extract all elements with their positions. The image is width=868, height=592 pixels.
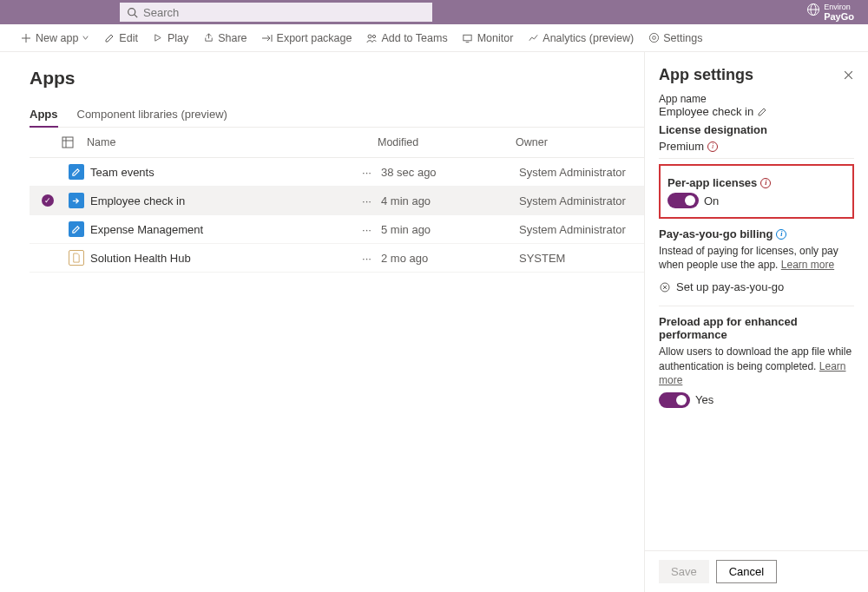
table-row[interactable]: Team events ··· 38 sec ago System Admini… bbox=[30, 158, 644, 187]
table-row[interactable]: Expense Management ··· 5 min ago System … bbox=[30, 215, 644, 244]
app-icon bbox=[62, 250, 90, 266]
plus-icon bbox=[20, 32, 32, 44]
page-title: Apps bbox=[30, 68, 644, 89]
svg-rect-14 bbox=[62, 137, 73, 148]
tabs: Apps Component libraries (preview) bbox=[30, 104, 644, 128]
app-modified: 38 sec ago bbox=[381, 166, 519, 179]
monitor-icon bbox=[462, 32, 474, 44]
settings-panel: App settings App name Employee check in … bbox=[644, 52, 868, 592]
svg-point-8 bbox=[368, 35, 372, 38]
teams-icon bbox=[365, 32, 378, 44]
table-row[interactable]: ✓ Employee check in ··· 4 min ago System… bbox=[30, 187, 644, 215]
top-bar: Environ PayGo bbox=[0, 0, 868, 24]
preload-toggle-label: Yes bbox=[695, 393, 713, 406]
gear-icon bbox=[648, 32, 660, 44]
app-owner: System Administrator bbox=[519, 166, 644, 179]
app-modified: 5 min ago bbox=[381, 223, 519, 236]
preload-heading: Preload app for enhanced performance bbox=[659, 315, 854, 341]
panel-title: App settings bbox=[659, 66, 753, 84]
edit-button[interactable]: Edit bbox=[103, 32, 138, 44]
app-icon bbox=[62, 164, 90, 180]
export-button[interactable]: Export package bbox=[261, 32, 352, 44]
col-header-modified[interactable]: Modified bbox=[378, 136, 516, 148]
svg-point-9 bbox=[373, 35, 376, 37]
svg-marker-7 bbox=[155, 35, 161, 41]
environment-name: PayGo bbox=[824, 12, 854, 22]
share-icon bbox=[202, 32, 214, 44]
app-name: Expense Management bbox=[90, 223, 352, 236]
share-button[interactable]: Share bbox=[202, 32, 247, 44]
app-modified: 4 min ago bbox=[381, 194, 519, 207]
svg-rect-10 bbox=[464, 35, 471, 41]
search-icon bbox=[127, 7, 138, 18]
pencil-icon bbox=[103, 32, 115, 44]
app-owner: System Administrator bbox=[519, 223, 644, 236]
appname-label: App name bbox=[659, 93, 854, 105]
payg-description: Instead of paying for licenses, only pay… bbox=[659, 244, 854, 272]
svg-point-13 bbox=[649, 33, 658, 42]
perapp-toggle[interactable] bbox=[667, 193, 699, 208]
save-button[interactable]: Save bbox=[659, 560, 709, 583]
main-area: Apps Apps Component libraries (preview) … bbox=[0, 52, 644, 592]
payg-heading: Pay-as-you-go billing bbox=[659, 227, 773, 240]
svg-point-0 bbox=[128, 8, 135, 15]
search-input[interactable] bbox=[143, 6, 425, 19]
perapp-toggle-label: On bbox=[704, 194, 719, 207]
analytics-button[interactable]: Analytics (preview) bbox=[527, 32, 634, 44]
analytics-icon bbox=[527, 32, 539, 44]
preload-description: Allow users to download the app file whi… bbox=[659, 345, 854, 387]
license-heading: License designation bbox=[659, 123, 854, 136]
info-icon[interactable]: i bbox=[776, 229, 786, 240]
tab-apps[interactable]: Apps bbox=[30, 104, 58, 127]
col-header-owner[interactable]: Owner bbox=[516, 136, 644, 148]
cancel-button[interactable]: Cancel bbox=[716, 560, 777, 583]
command-bar: New app Edit Play Share Export package A… bbox=[0, 24, 868, 52]
app-owner: System Administrator bbox=[519, 194, 644, 207]
app-icon bbox=[62, 193, 90, 208]
per-app-callout: Per-app licenses i On bbox=[659, 164, 854, 219]
more-actions-button[interactable]: ··· bbox=[352, 252, 381, 265]
app-name: Employee check in bbox=[90, 194, 352, 207]
app-icon bbox=[62, 221, 90, 237]
app-name: Solution Health Hub bbox=[90, 252, 352, 265]
payg-icon bbox=[659, 281, 671, 293]
edit-name-icon[interactable] bbox=[757, 107, 767, 117]
search-input-wrap[interactable] bbox=[120, 3, 432, 22]
play-button[interactable]: Play bbox=[152, 32, 188, 44]
preload-toggle[interactable] bbox=[659, 392, 690, 408]
more-actions-button[interactable]: ··· bbox=[352, 166, 381, 179]
selected-check-icon: ✓ bbox=[42, 194, 54, 207]
layout-icon[interactable] bbox=[62, 136, 87, 148]
monitor-button[interactable]: Monitor bbox=[462, 32, 514, 44]
close-icon[interactable] bbox=[843, 69, 854, 81]
learn-more-link[interactable]: Learn more bbox=[781, 259, 834, 271]
table-row[interactable]: Solution Health Hub ··· 2 mo ago SYSTEM bbox=[30, 244, 644, 273]
tab-component-libraries[interactable]: Component libraries (preview) bbox=[77, 104, 227, 127]
environment-indicator[interactable]: Environ PayGo bbox=[806, 3, 854, 22]
appname-value: Employee check in bbox=[659, 105, 753, 118]
app-owner: SYSTEM bbox=[519, 252, 644, 265]
export-icon bbox=[261, 32, 273, 44]
chevron-down-icon bbox=[82, 34, 89, 42]
more-actions-button[interactable]: ··· bbox=[352, 223, 381, 236]
svg-point-12 bbox=[652, 36, 655, 40]
info-icon[interactable]: i bbox=[760, 178, 771, 188]
app-name: Team events bbox=[90, 166, 352, 179]
license-value: Premium bbox=[659, 140, 704, 153]
app-modified: 2 mo ago bbox=[381, 252, 519, 265]
perapp-heading: Per-app licenses bbox=[667, 176, 757, 189]
settings-button[interactable]: Settings bbox=[648, 32, 702, 44]
new-app-button[interactable]: New app bbox=[20, 32, 89, 44]
more-actions-button[interactable]: ··· bbox=[352, 194, 381, 207]
add-to-teams-button[interactable]: Add to Teams bbox=[365, 32, 447, 44]
grid-header: Name Modified Owner bbox=[30, 128, 644, 158]
setup-payg-link[interactable]: Set up pay-as-you-go bbox=[659, 280, 854, 293]
col-header-name[interactable]: Name bbox=[87, 136, 378, 148]
apps-list: Team events ··· 38 sec ago System Admini… bbox=[30, 158, 644, 273]
svg-line-1 bbox=[135, 14, 137, 16]
environment-icon bbox=[806, 3, 820, 16]
play-icon bbox=[152, 32, 164, 44]
info-icon[interactable]: i bbox=[707, 141, 718, 152]
